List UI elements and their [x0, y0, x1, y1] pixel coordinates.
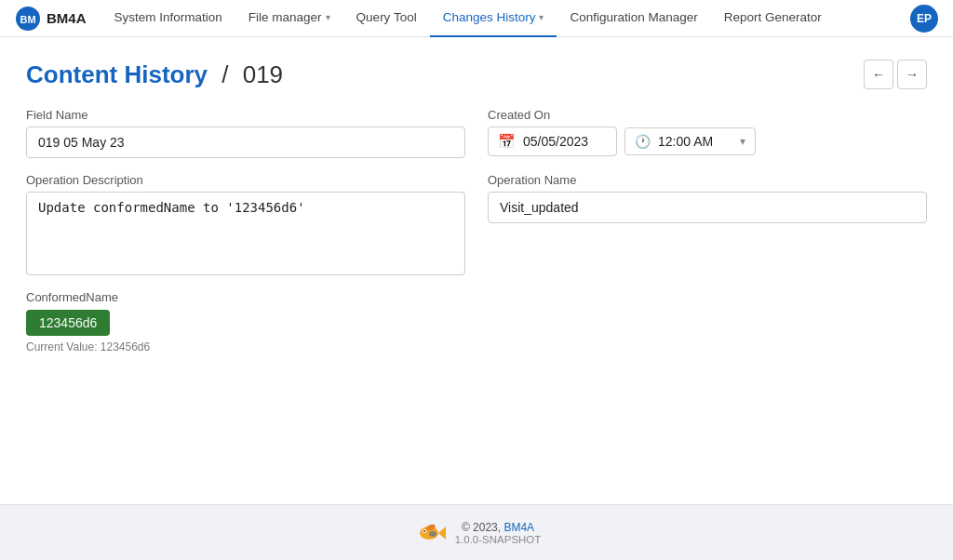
footer-version: 1.0.0-SNAPSHOT [455, 534, 542, 545]
footer-copyright: © 2023, BM4A [455, 521, 542, 534]
nav-item-query-tool[interactable]: Query Tool [343, 0, 430, 37]
avatar[interactable]: EP [910, 5, 938, 33]
nav-item-configuration-manager[interactable]: Configuration Manager [557, 0, 710, 37]
svg-marker-3 [438, 527, 446, 540]
form-row-1: Field Name Created On 📅 🕐 ▾ [26, 108, 927, 158]
logo-text: BM4A [47, 10, 87, 26]
time-input[interactable] [658, 134, 732, 149]
date-input-wrap[interactable]: 📅 [488, 127, 617, 156]
operation-name-label: Operation Name [488, 173, 927, 187]
field-name-input[interactable] [26, 127, 465, 158]
operation-name-input[interactable] [488, 192, 927, 223]
date-input[interactable] [523, 134, 607, 149]
footer-fish-icon [412, 514, 446, 548]
page-title: Content History [26, 60, 208, 88]
page-title-group: Content History / 019 [26, 60, 283, 89]
title-separator: / [221, 60, 228, 88]
changes-history-chevron-icon: ▾ [539, 12, 544, 22]
created-on-group: Created On 📅 🕐 ▾ [488, 108, 927, 158]
created-on-label: Created On [488, 108, 927, 122]
record-id: 019 [243, 60, 283, 88]
prev-button[interactable]: ← [864, 60, 893, 89]
calendar-icon: 📅 [498, 133, 516, 150]
svg-point-5 [423, 530, 425, 532]
footer: © 2023, BM4A 1.0.0-SNAPSHOT [0, 504, 953, 560]
file-manager-chevron-icon: ▾ [326, 12, 330, 22]
svg-text:BM: BM [20, 14, 35, 25]
datetime-row: 📅 🕐 ▾ [488, 127, 927, 156]
footer-logo [412, 514, 446, 551]
field-name-label: Field Name [26, 108, 465, 122]
operation-name-group: Operation Name [488, 173, 927, 275]
clock-icon: 🕐 [635, 134, 651, 149]
field-name-group: Field Name [26, 108, 465, 158]
logo-icon: BM [15, 6, 41, 32]
footer-text-group: © 2023, BM4A 1.0.0-SNAPSHOT [455, 521, 542, 545]
operation-description-group: Operation Description Update conformedNa… [26, 173, 465, 275]
navbar: BM BM4A System Information File manager … [0, 0, 953, 37]
nav-logo[interactable]: BM BM4A [15, 6, 87, 32]
footer-inner: © 2023, BM4A 1.0.0-SNAPSHOT [412, 514, 542, 551]
nav-item-changes-history[interactable]: Changes History ▾ [430, 0, 557, 37]
next-button[interactable]: → [897, 60, 927, 89]
time-input-wrap[interactable]: 🕐 ▾ [624, 127, 756, 155]
operation-description-label: Operation Description [26, 173, 465, 187]
operation-description-textarea[interactable]: Update conformedName to '123456d6' [26, 192, 465, 275]
conformed-name-label: ConformedName [26, 290, 927, 304]
nav-item-report-generator[interactable]: Report Generator [711, 0, 835, 37]
time-chevron-icon[interactable]: ▾ [740, 135, 745, 148]
nav-item-file-manager[interactable]: File manager ▾ [235, 0, 343, 37]
navigation-arrows: ← → [864, 60, 927, 89]
nav-items: System Information File manager ▾ Query … [101, 0, 910, 37]
nav-item-system-information[interactable]: System Information [101, 0, 235, 37]
form-row-2: Operation Description Update conformedNa… [26, 173, 927, 275]
page-header: Content History / 019 ← → [26, 60, 927, 89]
conformed-name-section: ConformedName 123456d6 Current Value: 12… [26, 290, 927, 353]
main-content: Content History / 019 ← → Field Name Cre… [0, 37, 953, 504]
svg-point-7 [429, 531, 436, 537]
conformed-name-tag: 123456d6 [26, 310, 110, 336]
footer-brand-link[interactable]: BM4A [503, 521, 534, 534]
current-value-label: Current Value: 123456d6 [26, 340, 927, 353]
